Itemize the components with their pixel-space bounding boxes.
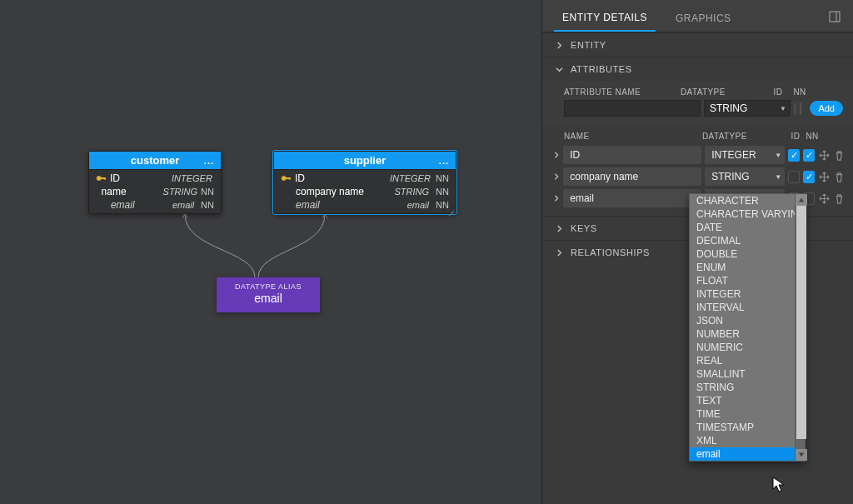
dropdown-option[interactable]: SMALLINT [690,367,795,381]
chevron-down-icon: ▼ [775,152,781,159]
expand-icon[interactable] [552,195,560,202]
alias-value: email [235,292,302,305]
attribute-name-input[interactable] [564,100,701,117]
tab-graphics[interactable]: GRAPHICS [667,7,740,31]
dropdown-option[interactable]: INTERVAL [690,301,795,314]
entity-row[interactable]: email email NN [89,198,221,212]
move-icon[interactable] [818,149,830,162]
id-checkbox[interactable] [788,149,800,162]
delete-icon[interactable] [833,192,845,205]
dropdown-option[interactable]: INTEGER [690,287,795,301]
add-button[interactable]: Add [810,101,843,116]
entity-more-icon[interactable]: ... [204,156,214,166]
details-panel: ENTITY DETAILS GRAPHICS ENTITY ATTRIBUTE… [541,0,853,504]
dropdown-option[interactable]: DOUBLE [690,247,795,261]
datatype-dropdown[interactable]: CHARACTERCHARACTER VARYINGDATEDECIMALDOU… [689,193,806,462]
attr-type: STRING [163,187,198,197]
chevron-right-icon [556,224,564,232]
entity-customer[interactable]: customer ... ID INTEGER name STRING NN [88,151,222,214]
attr-nn: NN [432,200,449,210]
attr-nn: NN [434,173,449,183]
tab-entity-details[interactable]: ENTITY DETAILS [554,7,656,32]
chevron-down-icon: ▼ [775,173,781,181]
dropdown-option[interactable]: STRING [690,381,795,394]
section-attributes[interactable]: ATTRIBUTES [542,57,853,81]
dropdown-option[interactable]: JSON [690,314,795,327]
attr-name: ID [110,172,168,184]
entity-supplier[interactable]: supplier ... ID INTEGER NN company name … [273,151,456,214]
dropdown-option[interactable]: XML [690,434,795,447]
nn-checkbox[interactable] [803,171,815,183]
dropdown-option[interactable]: CHARACTER VARYING [690,207,795,221]
pk-icon [96,174,107,182]
attr-name-input[interactable] [563,189,701,207]
expand-icon[interactable] [552,173,560,180]
id-checkbox[interactable] [794,102,796,115]
attr-type: INTEGER [172,173,212,183]
expand-icon[interactable] [552,152,560,158]
datatype-alias-box[interactable]: DATATYPE ALIAS email [217,277,320,312]
move-icon[interactable] [818,192,830,205]
dropdown-option[interactable]: ENUM [690,261,795,274]
attribute-row: STRING▼ [552,167,845,186]
delete-icon[interactable] [833,171,845,183]
dropdown-option[interactable]: TIMESTAMP [690,421,795,434]
dropdown-option[interactable]: NUMBER [690,327,795,341]
attr-name: company name [296,186,387,197]
section-entity[interactable]: ENTITY [542,33,853,57]
dropdown-option[interactable]: CHARACTER [690,194,795,207]
dropdown-option[interactable]: DATE [690,221,795,234]
scroll-thumb[interactable] [796,206,806,439]
pk-icon [281,174,292,182]
nn-checkbox[interactable] [803,149,815,162]
entity-row[interactable]: email email NN [274,198,456,212]
attr-name-input[interactable] [563,146,701,164]
resize-handle[interactable] [447,205,454,212]
svg-rect-7 [287,177,288,179]
dropdown-option[interactable]: email [690,447,795,461]
dropdown-option[interactable]: DECIMAL [690,234,795,247]
entity-title: customer [131,154,180,167]
chevron-down-icon [556,65,564,73]
chevron-right-icon [556,41,564,49]
attr-datatype-select[interactable]: STRING▼ [705,167,785,186]
attr-name-input[interactable] [563,167,701,186]
attribute-row: INTEGER▼ [552,146,845,164]
scroll-up-button[interactable] [796,194,807,206]
attribute-datatype-select[interactable]: STRING ▼ [704,100,791,117]
dropdown-scrollbar[interactable] [795,194,805,461]
entity-header[interactable]: supplier ... [274,152,456,170]
attr-type: email [172,200,194,210]
move-icon[interactable] [818,171,830,183]
entity-row[interactable]: company name STRING NN [274,185,456,198]
entity-more-icon[interactable]: ... [439,156,449,166]
dropdown-option[interactable]: TEXT [690,394,795,407]
panel-layout-icon[interactable] [828,10,841,23]
dropdown-option[interactable]: TIME [690,407,795,421]
panel-tabs: ENTITY DETAILS GRAPHICS [542,0,853,32]
svg-rect-2 [104,177,105,180]
svg-rect-6 [289,177,290,180]
dropdown-option[interactable]: FLOAT [690,274,795,287]
delete-icon[interactable] [833,149,845,162]
entity-header[interactable]: customer ... [89,152,221,170]
chevron-down-icon: ▼ [780,105,786,112]
attr-datatype-select[interactable]: INTEGER▼ [705,146,785,164]
scroll-down-button[interactable] [796,449,807,461]
col-label-datatype: DATATYPE [681,87,767,97]
entity-title: supplier [344,154,387,167]
diagram-canvas[interactable]: customer ... ID INTEGER name STRING NN [0,0,541,504]
entity-row[interactable]: ID INTEGER [89,172,221,185]
entity-row[interactable]: ID INTEGER NN [274,172,456,185]
attr-name: ID [295,172,387,184]
dropdown-option[interactable]: REAL [690,354,795,367]
section-label: ENTITY [571,40,606,50]
nn-checkbox[interactable] [800,102,802,115]
col-label-nn: NN [804,132,821,141]
id-checkbox[interactable] [788,171,800,183]
entity-row[interactable]: name STRING NN [89,185,221,198]
attr-nn: NN [432,187,449,197]
attr-nn: NN [197,200,214,210]
svg-rect-8 [830,12,840,22]
dropdown-option[interactable]: NUMERIC [690,341,795,354]
